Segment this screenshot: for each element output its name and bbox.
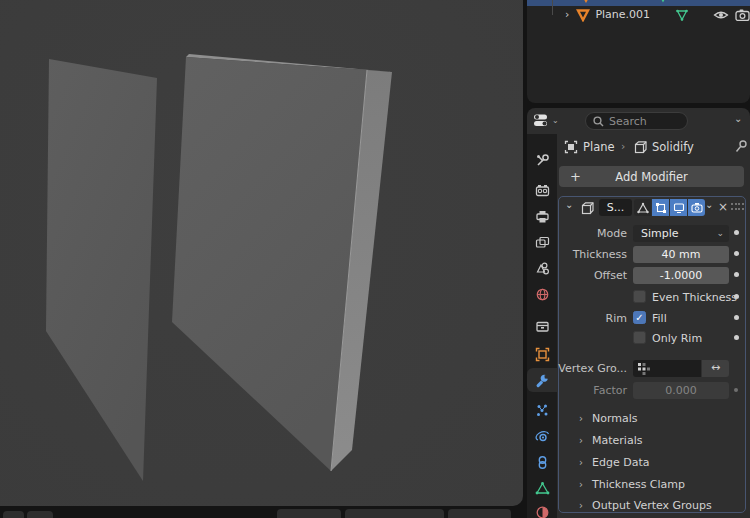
add-modifier-label: Add Modifier [615,170,687,184]
solidify-icon [580,201,594,215]
tab-tool[interactable] [527,148,557,172]
thickness-label: Thickness [527,248,627,261]
tab-material[interactable] [527,500,557,518]
tab-constraints[interactable] [527,450,557,474]
header-options-chevron[interactable]: ⌄ [734,113,742,124]
thickness-row: Thickness 40 mm [559,245,745,265]
drag-handle-icon[interactable] [731,203,745,212]
3d-viewport[interactable] [0,0,523,506]
toggle-edit-mode[interactable] [652,199,669,216]
toggle-render[interactable] [688,199,705,216]
animate-dot[interactable] [734,294,739,299]
factor-row: Factor 0.000 [559,381,745,401]
delete-modifier-icon[interactable]: × [718,200,728,214]
object-name[interactable]: Plane [597,0,627,2]
search-box[interactable] [585,112,688,130]
check-icon: ✓ [635,313,643,323]
chevron-down-icon: ⌄ [552,116,559,125]
tab-output[interactable] [527,204,557,228]
animate-dot[interactable] [734,315,739,320]
offset-row: Offset -1.0000 [559,266,745,286]
modifier-header: ⌄ S... [559,197,745,219]
mesh-object-icon [579,0,593,3]
hide-viewport-eye-icon[interactable] [713,9,729,21]
chevron-right-icon: › [579,457,583,468]
only-rim-row: Only Rim [559,329,745,349]
add-modifier-button[interactable]: + Add Modifier [559,166,744,187]
properties-editor: ⌄ ⌄ [527,108,750,518]
collapse-chevron-icon[interactable]: ⌄ [565,199,573,210]
statusbar-button[interactable] [345,509,444,518]
only-rim-label: Only Rim [652,332,702,345]
subpanel-output-vertex-groups[interactable]: › Output Vertex Groups [559,495,745,516]
chevron-down-icon: ⌄ [716,225,724,242]
viewport-render [0,0,523,506]
object-icon [564,140,578,154]
even-thickness-label: Even Thickness [652,291,737,304]
flat-plane-object [46,59,157,481]
expand-chevron-icon[interactable]: ⌄ [565,0,573,1]
disable-render-camera-icon[interactable] [735,9,750,21]
search-icon [593,116,604,127]
fill-checkbox[interactable]: ✓ [633,311,646,324]
breadcrumb-modifier[interactable]: Solidify [652,140,694,154]
expand-chevron-icon[interactable]: › [565,8,569,21]
object-name[interactable]: Plane.001 [595,8,650,21]
rim-fill-row: Rim ✓ Fill [559,309,745,329]
offset-field[interactable]: -1.0000 [633,267,729,284]
thickness-field[interactable]: 40 mm [633,246,729,263]
tab-object-data[interactable] [527,476,557,500]
factor-field[interactable]: 0.000 [633,382,729,399]
subpanel-materials[interactable]: › Materials [559,430,745,451]
properties-editor-icon [532,112,550,128]
mode-dropdown[interactable]: Simple ⌄ [633,225,729,242]
properties-body: Plane › Solidify + Add Modifier ⌄ [557,134,750,518]
statusbar-button[interactable] [27,511,53,518]
outliner-row-plane-001[interactable]: › Plane.001 [527,4,750,25]
breadcrumb-object[interactable]: Plane [583,140,615,154]
animate-dot[interactable] [734,230,739,235]
tab-physics[interactable] [527,424,557,448]
mode-label: Mode [527,227,627,240]
mesh-data-icon [675,8,689,22]
editor-type-button[interactable]: ⌄ [532,112,559,128]
animate-dot[interactable] [734,272,739,277]
statusbar-button[interactable] [3,511,24,518]
breadcrumb-separator: › [621,140,625,153]
animate-dot[interactable] [734,335,739,340]
mesh-object-icon [576,8,590,22]
search-input[interactable] [609,115,679,128]
animate-dot[interactable] [734,388,738,392]
mode-row: Mode Simple ⌄ [559,224,745,244]
statusbar-button[interactable] [448,509,511,518]
extras-chevron-icon[interactable]: ⌄ [705,199,713,210]
subpanel-edge-data[interactable]: › Edge Data [559,452,745,473]
chevron-right-icon: › [579,500,583,511]
chevron-right-icon: › [579,479,583,490]
breadcrumb: Plane › Solidify [557,136,750,158]
subpanel-normals[interactable]: › Normals [559,408,745,429]
even-thickness-row: Even Thickness [559,288,745,308]
chevron-right-icon: › [579,413,583,424]
modifier-display-toggles [634,199,705,216]
subpanel-thickness-clamp[interactable]: › Thickness Clamp [559,474,745,495]
animate-dot[interactable] [734,251,739,256]
only-rim-checkbox[interactable] [633,331,646,344]
even-thickness-checkbox[interactable] [633,290,646,303]
solidify-modifier-panel: ⌄ S... [558,196,746,513]
toggle-on-cage[interactable] [634,199,651,216]
tab-particles[interactable] [527,398,557,422]
outliner-panel: ⌄ Plane › Plane.001 [527,0,750,103]
invert-vertex-group-button[interactable]: ↔ [702,360,729,377]
modifier-name-field[interactable]: S... [599,199,632,216]
factor-label: Factor [527,384,627,397]
vertex-group-field[interactable] [633,360,701,377]
tab-render[interactable] [527,178,557,202]
vertex-group-icon [637,362,650,375]
tab-world[interactable] [527,282,557,306]
statusbar-button[interactable] [277,509,341,518]
chevron-right-icon: › [579,435,583,446]
pin-icon[interactable] [734,139,748,154]
toggle-realtime[interactable] [670,199,687,216]
vertex-group-label: Vertex Gro... [527,362,627,375]
